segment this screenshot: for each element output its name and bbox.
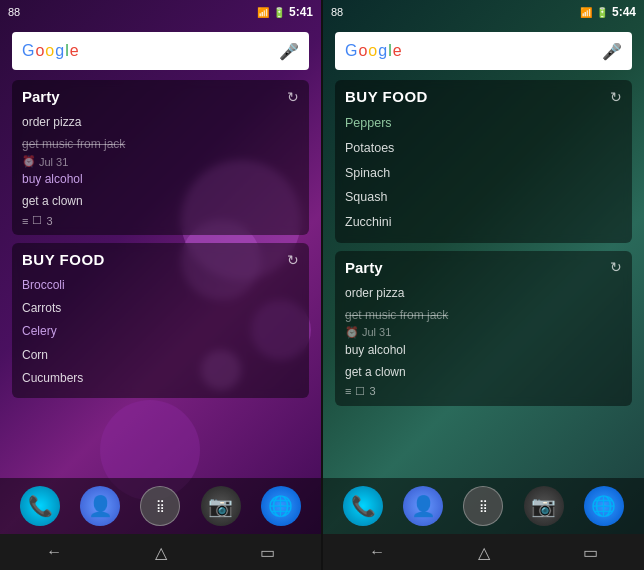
right-task-get-music: get music from jack [345, 304, 622, 326]
google-logo-left: Google [22, 42, 80, 60]
right-nav-home[interactable]: △ [478, 543, 490, 562]
left-time: 5:41 [289, 5, 313, 19]
task-clown-meta: ≡ ☐ 3 [22, 214, 299, 227]
task-buy-alcohol: buy alcohol [22, 168, 299, 190]
left-party-header: Party ↻ [22, 88, 299, 105]
food-corn: Corn [22, 344, 299, 367]
left-status-bar: 88 📶 🔋 5:41 [0, 0, 321, 24]
task-get-clown: get a clown [22, 190, 299, 212]
left-buy-food-widget: BUY FOOD ↻ Broccoli Carrots Celery Corn … [12, 243, 309, 398]
left-status-left: 88 [8, 6, 20, 18]
left-dock-contacts[interactable]: 👤 [80, 486, 120, 526]
right-nav-recents[interactable]: ▭ [583, 543, 598, 562]
right-status-left: 88 [331, 6, 343, 18]
right-dock-contacts[interactable]: 👤 [403, 486, 443, 526]
food-spinach: Spinach [345, 161, 622, 186]
left-dock-apps[interactable]: ⣿ [140, 486, 180, 526]
food-potatoes: Potatoes [345, 136, 622, 161]
food-zucchini: Zucchini [345, 210, 622, 235]
right-time: 5:44 [612, 5, 636, 19]
left-nav-back[interactable]: ← [46, 543, 62, 561]
left-status-icons: 📶 🔋 5:41 [257, 5, 313, 19]
left-nav-home[interactable]: △ [155, 543, 167, 562]
left-party-title: Party [22, 88, 60, 105]
right-task-get-clown: get a clown [345, 361, 622, 383]
right-dock-phone[interactable]: 📞 [343, 486, 383, 526]
task-get-music: get music from jack [22, 133, 299, 155]
right-dock-browser[interactable]: 🌐 [584, 486, 624, 526]
left-nav-recents[interactable]: ▭ [260, 543, 275, 562]
food-carrots: Carrots [22, 297, 299, 320]
right-party-title: Party [345, 259, 383, 276]
right-dock-camera[interactable]: 📷 [524, 486, 564, 526]
right-nav-back[interactable]: ← [369, 543, 385, 561]
left-buy-food-refresh[interactable]: ↻ [287, 252, 299, 268]
left-party-widget: Party ↻ order pizza get music from jack … [12, 80, 309, 235]
left-dock-browser[interactable]: 🌐 [261, 486, 301, 526]
right-task-buy-alcohol: buy alcohol [345, 339, 622, 361]
right-party-refresh[interactable]: ↻ [610, 259, 622, 275]
left-dock-phone[interactable]: 📞 [20, 486, 60, 526]
right-screen: 88 📶 🔋 5:44 Google 🎤 BUY FOOD ↻ Peppers … [323, 0, 644, 570]
right-task-music-date: ⏰ Jul 31 [345, 326, 622, 339]
right-dock: 📞 👤 ⣿ 📷 🌐 [323, 478, 644, 534]
right-buy-food-title: BUY FOOD [345, 88, 428, 105]
left-google-bar[interactable]: Google 🎤 [12, 32, 309, 70]
food-cucumbers: Cucumbers [22, 367, 299, 390]
left-dock: 📞 👤 ⣿ 📷 🌐 [0, 478, 321, 534]
right-buy-food-header: BUY FOOD ↻ [345, 88, 622, 105]
task-music-date: ⏰ Jul 31 [22, 155, 299, 168]
left-buy-food-title: BUY FOOD [22, 251, 105, 268]
food-celery: Celery [22, 320, 299, 343]
food-peppers: Peppers [345, 111, 622, 136]
left-buy-food-header: BUY FOOD ↻ [22, 251, 299, 268]
left-dock-camera[interactable]: 📷 [201, 486, 241, 526]
left-party-refresh[interactable]: ↻ [287, 89, 299, 105]
right-task-order-pizza: order pizza [345, 282, 622, 304]
right-task-clown-meta: ≡ ☐ 3 [345, 385, 622, 398]
right-google-bar[interactable]: Google 🎤 [335, 32, 632, 70]
right-status-icons: 📶 🔋 5:44 [580, 5, 636, 19]
right-buy-food-refresh[interactable]: ↻ [610, 89, 622, 105]
right-buy-food-widget: BUY FOOD ↻ Peppers Potatoes Spinach Squa… [335, 80, 632, 243]
left-mic-icon[interactable]: 🎤 [279, 42, 299, 61]
google-logo-right: Google [345, 42, 403, 60]
left-nav-bar: ← △ ▭ [0, 534, 321, 570]
right-dock-apps[interactable]: ⣿ [463, 486, 503, 526]
right-mic-icon[interactable]: 🎤 [602, 42, 622, 61]
food-broccoli: Broccoli [22, 274, 299, 297]
right-party-widget: Party ↻ order pizza get music from jack … [335, 251, 632, 406]
right-nav-bar: ← △ ▭ [323, 534, 644, 570]
task-order-pizza: order pizza [22, 111, 299, 133]
right-party-header: Party ↻ [345, 259, 622, 276]
right-status-bar: 88 📶 🔋 5:44 [323, 0, 644, 24]
food-squash: Squash [345, 185, 622, 210]
left-screen: 88 📶 🔋 5:41 Google 🎤 Party ↻ order pizza… [0, 0, 321, 570]
